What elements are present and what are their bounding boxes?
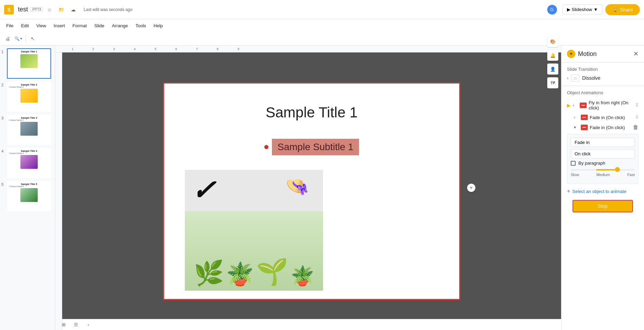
animation-2-expand[interactable]: ›	[574, 115, 579, 120]
animation-1-drag[interactable]: ⠿	[635, 103, 638, 108]
slide-1-title: Sample Title 1	[9, 50, 49, 53]
file-badge: .PPTX	[30, 7, 43, 12]
slide-item-4[interactable]: 4 Sample Title 4 • Sample Subtitle 4	[1, 148, 54, 178]
slide-thumb-3[interactable]: Sample Title 3 • Sample Subtitle 3	[7, 115, 51, 145]
slide-thumb-4[interactable]: Sample Title 4 • Sample Subtitle 4	[7, 148, 51, 178]
slide-thumb-2[interactable]: Sample Title 2 • Sample Subtitle 2	[7, 81, 51, 112]
animation-row-3[interactable]: ▾ Fade in (On click) 🗑	[567, 122, 638, 133]
add-animation-row[interactable]: + Select an object to animate	[567, 185, 638, 197]
slideshow-icon: ▶	[567, 7, 570, 12]
close-button[interactable]: ✕	[633, 50, 638, 58]
slide-2-img	[20, 89, 38, 103]
speed-slider-track	[571, 169, 635, 171]
menu-tools[interactable]: Tools	[132, 22, 149, 30]
speed-labels: Slow Medium Fast	[571, 173, 635, 177]
menu-format[interactable]: Format	[69, 22, 90, 30]
slide-item-5[interactable]: 5 Sample Title 5 • Sample Subtitle 5	[1, 181, 54, 211]
hat-image: 👒	[285, 175, 309, 197]
avatar-icon: G	[547, 5, 557, 14]
zoom-arrow: ▼	[20, 37, 23, 40]
dissolve-icon: ⬚	[574, 77, 577, 80]
transition-row[interactable]: › ⬚ Dissolve	[567, 75, 638, 81]
file-info: test .PPTX ☆ 📁 ☁	[18, 5, 78, 14]
speed-slider-track-wrapper[interactable]	[571, 169, 635, 171]
menu-file[interactable]: File	[3, 22, 17, 30]
animation-type-dropdown[interactable]: Fade in Fly in from right Zoom in	[571, 138, 635, 147]
menu-slide[interactable]: Slide	[91, 22, 108, 30]
bottom-bar: ⊞ ☰ ‹	[55, 319, 561, 330]
slide-5-img	[20, 188, 38, 202]
print-button[interactable]: 🖨	[3, 34, 12, 43]
slide-3-subtitle: • Sample Subtitle 3	[9, 119, 49, 121]
slide-num-5: 5	[1, 181, 7, 186]
animation-3-delete[interactable]: 🗑	[633, 124, 638, 130]
cloud-icon[interactable]: ☁	[68, 5, 78, 14]
add-element-button[interactable]: +	[467, 184, 475, 192]
slideshow-label: Slideshow	[572, 7, 592, 12]
animation-1-icon	[580, 103, 587, 108]
maps-icon[interactable]: 🗺	[547, 77, 558, 88]
transition-expand-icon[interactable]: ›	[567, 76, 568, 80]
right-floating-icons: 🎨 🔔 👤 🗺	[546, 35, 560, 90]
stop-button[interactable]: Stop	[572, 200, 633, 212]
slide-canvas[interactable]: Sample Title 1 Sample Subtitle 1 ✓ 👒 🌿 🪴…	[163, 82, 460, 300]
slide-item-2[interactable]: 2 Sample Title 2 • Sample Subtitle 2	[1, 81, 54, 112]
animation-3-icon	[581, 125, 588, 130]
menu-edit[interactable]: Edit	[18, 22, 32, 30]
menu-bar: File Edit View Insert Format Slide Arran…	[0, 19, 644, 32]
slideshow-button[interactable]: ▶ Slideshow ▼	[562, 4, 603, 14]
top-bar: S test .PPTX ☆ 📁 ☁ Last edit was seconds…	[0, 0, 644, 19]
menu-view[interactable]: View	[33, 22, 49, 30]
ruler-top: 1 2 3 4 5 6 7 8 9	[55, 46, 561, 52]
slide-item-1[interactable]: 1 Sample Title 1	[1, 48, 54, 79]
add-animation-icon: +	[567, 188, 570, 194]
slide-num-3: 3	[1, 115, 7, 120]
speed-slider-thumb[interactable]	[615, 167, 620, 172]
animation-2-icon	[581, 115, 588, 120]
cursor-button[interactable]: ↖	[28, 34, 38, 43]
subtitle-dot	[264, 145, 268, 149]
slide-main-subtitle: Sample Subtitle 1	[272, 139, 359, 155]
slides-panel: 1 Sample Title 1 2 Sample Title 2 • Samp…	[0, 46, 55, 330]
slide-item-3[interactable]: 3 Sample Title 3 • Sample Subtitle 3	[1, 115, 54, 145]
menu-help[interactable]: Help	[150, 22, 167, 30]
user-icon[interactable]: 👤	[547, 64, 558, 75]
animation-2-drag[interactable]: ⠿	[635, 115, 638, 120]
animation-type-dropdown-container: Fade in Fly in from right Zoom in	[571, 138, 635, 147]
object-animations-label: Object Animations	[567, 90, 638, 95]
slide-transition-section: Slide Transition › ⬚ Dissolve	[561, 62, 644, 86]
by-paragraph-row: By paragraph	[571, 161, 635, 166]
animation-3-label: Fade in (On click)	[590, 125, 631, 130]
last-edit: Last edit was seconds ago	[84, 7, 132, 12]
animation-1-expand[interactable]: ›	[573, 103, 578, 108]
by-paragraph-label: By paragraph	[578, 161, 605, 166]
notification-icon[interactable]: 🔔	[547, 50, 558, 61]
animation-row-2[interactable]: › Fade in (On click) ⠿	[567, 113, 638, 122]
top-right-buttons: G ▶ Slideshow ▼ 🔒 Share	[547, 4, 640, 15]
animation-3-expand[interactable]: ▾	[574, 125, 579, 130]
star-icon[interactable]: ☆	[45, 5, 55, 14]
transition-name: Dissolve	[582, 75, 600, 81]
animation-trigger-dropdown[interactable]: On click After previous With previous	[571, 149, 635, 158]
slide-3-img	[20, 122, 38, 136]
slide-thumb-5[interactable]: Sample Title 5 • Sample Subtitle 5	[7, 181, 51, 211]
slide-thumb-1[interactable]: Sample Title 1	[7, 48, 51, 79]
menu-insert[interactable]: Insert	[50, 22, 68, 30]
plant-3: 🌱	[256, 257, 288, 287]
panel-collapse[interactable]: ‹	[84, 321, 93, 329]
slide-5-title: Sample Title 5	[9, 183, 49, 185]
slide-num-1: 1	[1, 48, 7, 54]
slide-image[interactable]: ✓ 👒 🌿 🪴 🌱 🪴	[185, 170, 323, 291]
app-icon: S	[4, 5, 14, 14]
menu-arrange[interactable]: Arrange	[108, 22, 131, 30]
by-paragraph-checkbox[interactable]	[571, 161, 576, 166]
slide-4-subtitle: • Sample Subtitle 4	[9, 152, 49, 154]
animation-row-1[interactable]: ▶ › Fly in from right (On click) ⠿	[567, 98, 638, 113]
zoom-button[interactable]: 🔍 ▼	[14, 34, 23, 43]
slide-1-img	[20, 54, 38, 68]
slide-filmstrip-view[interactable]: ☰	[72, 321, 80, 329]
slide-4-title: Sample Title 4	[9, 150, 49, 152]
theme-icon[interactable]: 🎨	[547, 36, 558, 47]
folder-icon[interactable]: 📁	[57, 5, 66, 14]
share-button[interactable]: 🔒 Share	[605, 4, 640, 15]
